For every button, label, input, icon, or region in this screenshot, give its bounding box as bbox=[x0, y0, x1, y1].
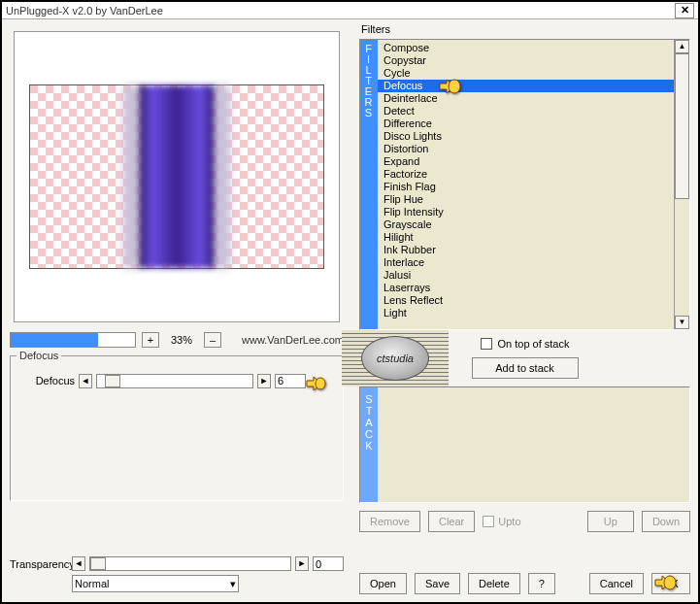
defocus-decr[interactable]: ◄ bbox=[79, 374, 92, 388]
preview-image bbox=[29, 84, 324, 269]
scroll-up-icon[interactable]: ▲ bbox=[675, 40, 689, 53]
upto-checkbox[interactable] bbox=[483, 516, 494, 527]
ok-button[interactable]: OK bbox=[651, 573, 690, 594]
vendor-logo: ctstudia bbox=[342, 330, 449, 386]
filter-item[interactable]: Grayscale bbox=[378, 218, 674, 231]
blend-mode-value: Normal bbox=[75, 578, 109, 589]
filter-item[interactable]: Flip Intensity bbox=[378, 206, 674, 218]
zoom-bar[interactable] bbox=[10, 332, 136, 348]
filters-heading: Filters bbox=[361, 23, 390, 35]
pointer-icon bbox=[304, 372, 331, 393]
add-to-stack-button[interactable]: Add to stack bbox=[472, 357, 579, 379]
filter-item[interactable]: Ink Rubber bbox=[378, 244, 674, 256]
preview-frame bbox=[14, 31, 340, 322]
filter-item[interactable]: Laserrays bbox=[378, 282, 674, 294]
scroll-down-icon[interactable]: ▼ bbox=[675, 316, 689, 329]
filter-item[interactable]: Disco Lights bbox=[378, 130, 674, 143]
ontop-checkbox[interactable] bbox=[481, 338, 492, 350]
defocus-label: Defocus bbox=[17, 375, 75, 386]
close-button[interactable]: ✕ bbox=[675, 3, 694, 18]
filter-item[interactable]: Flip Hue bbox=[378, 193, 674, 206]
chevron-down-icon: ▾ bbox=[230, 578, 236, 590]
transparency-decr[interactable]: ◄ bbox=[72, 556, 85, 571]
filter-item[interactable]: Hilight bbox=[378, 231, 674, 244]
open-button[interactable]: Open bbox=[359, 573, 407, 594]
filter-item[interactable]: Jalusi bbox=[378, 269, 674, 282]
ontop-label: On top of stack bbox=[498, 338, 570, 350]
filter-item[interactable]: Interlace bbox=[378, 256, 674, 269]
transparency-label: Transparency bbox=[10, 558, 68, 570]
filters-scrollbar[interactable]: ▲ ▼ bbox=[674, 40, 689, 329]
filter-item[interactable]: Light bbox=[378, 307, 674, 319]
filter-item[interactable]: Detect bbox=[378, 105, 674, 117]
svg-point-0 bbox=[316, 378, 325, 389]
zoom-percent: 33% bbox=[165, 334, 198, 346]
cancel-button[interactable]: Cancel bbox=[589, 573, 644, 594]
defocus-incr[interactable]: ► bbox=[257, 374, 271, 388]
defocus-group: Defocus Defocus ◄ ► bbox=[10, 355, 344, 501]
filter-item[interactable]: Factorize bbox=[378, 168, 674, 181]
up-button[interactable]: Up bbox=[587, 511, 634, 532]
filter-item[interactable]: Defocus bbox=[378, 80, 674, 92]
remove-button[interactable]: Remove bbox=[359, 511, 420, 532]
transparency-value-input[interactable] bbox=[313, 556, 344, 571]
blend-mode-select[interactable]: Normal ▾ bbox=[72, 575, 239, 592]
help-button[interactable]: ? bbox=[528, 573, 555, 594]
clear-button[interactable]: Clear bbox=[428, 511, 475, 532]
vendor-url: www.VanDerLee.com bbox=[242, 334, 344, 346]
transparency-slider[interactable] bbox=[89, 556, 291, 571]
filter-item[interactable]: Distortion bbox=[378, 143, 674, 155]
filter-item[interactable]: Cycle bbox=[378, 67, 674, 80]
upto-label: Upto bbox=[498, 516, 520, 527]
stack-tab[interactable]: STACK bbox=[360, 387, 378, 502]
down-button[interactable]: Down bbox=[642, 511, 690, 532]
zoom-out-button[interactable]: – bbox=[204, 332, 221, 348]
zoom-in-button[interactable]: + bbox=[142, 332, 159, 348]
filter-item[interactable]: Finish Flag bbox=[378, 181, 674, 193]
defocus-value-input[interactable] bbox=[275, 374, 306, 388]
filters-listbox: FILTERS ComposeCopystarCycleDefocusDeint… bbox=[359, 39, 690, 330]
filter-item[interactable]: Difference bbox=[378, 117, 674, 130]
save-button[interactable]: Save bbox=[415, 573, 460, 594]
filter-item[interactable]: Deinterlace bbox=[378, 92, 674, 105]
stack-listbox: STACK bbox=[359, 386, 690, 503]
delete-button[interactable]: Delete bbox=[468, 573, 520, 594]
filter-item[interactable]: Lens Reflect bbox=[378, 294, 674, 307]
window-title: UnPlugged-X v2.0 by VanDerLee bbox=[6, 5, 675, 17]
filter-item[interactable]: Copystar bbox=[378, 54, 674, 67]
defocus-slider[interactable] bbox=[96, 374, 253, 388]
filter-item[interactable]: Expand bbox=[378, 155, 674, 168]
titlebar: UnPlugged-X v2.0 by VanDerLee ✕ bbox=[2, 2, 698, 19]
filters-tab[interactable]: FILTERS bbox=[360, 40, 378, 329]
defocus-group-title: Defocus bbox=[17, 350, 61, 361]
transparency-incr[interactable]: ► bbox=[295, 556, 309, 571]
filter-item[interactable]: Compose bbox=[378, 42, 674, 54]
